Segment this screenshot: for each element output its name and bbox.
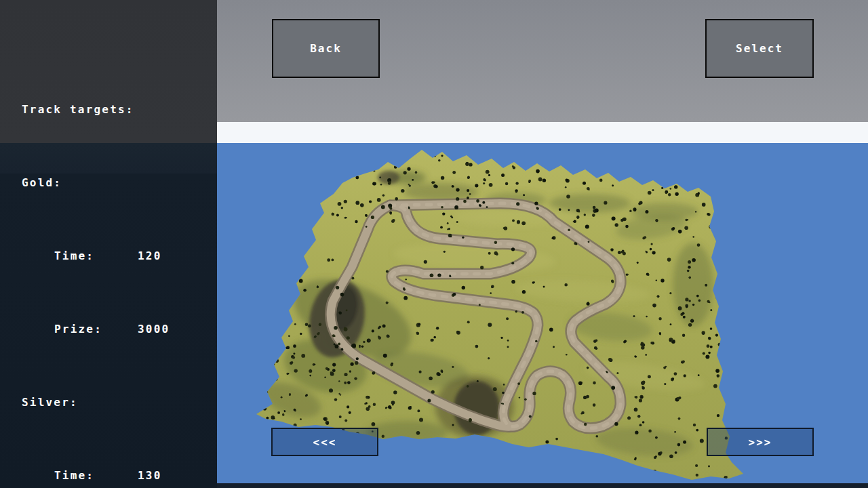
gold-time-row: Time:120 [22,244,170,268]
time-label: Time: [54,464,138,488]
track-targets-text: Track targets: Gold: Time:120 Prize:3000… [22,49,170,488]
gold-prize-row: Prize:3000 [22,317,170,342]
select-button-label: Select [736,42,783,55]
previous-track-label: <<< [313,436,337,449]
gold-time-value: 120 [138,249,162,262]
next-track-label: >>> [749,436,772,449]
prize-label: Prize: [54,317,138,342]
select-button[interactable]: Select [705,19,814,78]
silver-time-row: Time:130 [22,464,170,488]
back-button[interactable]: Back [272,19,380,78]
rank-silver-label: Silver: [22,390,170,415]
silver-time-value: 130 [138,469,162,482]
time-label: Time: [54,244,138,268]
previous-track-button[interactable]: <<< [271,428,378,456]
rank-gold-label: Gold: [22,171,170,195]
back-button-label: Back [310,42,342,55]
track-targets-panel: Track targets: Gold: Time:120 Prize:3000… [0,0,217,488]
gold-prize-value: 3000 [138,323,170,336]
next-track-button[interactable]: >>> [707,428,814,456]
panel-title: Track targets: [22,98,170,122]
separator-strip [217,122,868,143]
